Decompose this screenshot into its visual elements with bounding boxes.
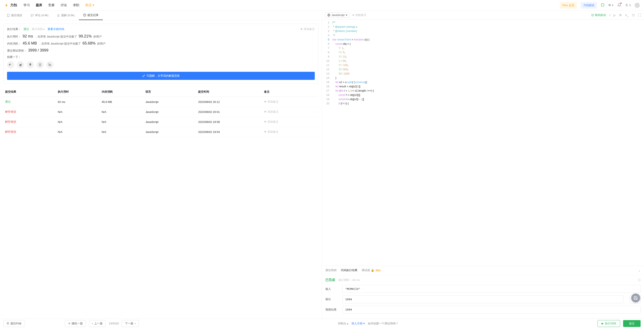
tab-description[interactable]: 题目描述 (2, 11, 26, 20)
weibo-icon[interactable] (17, 61, 24, 68)
add-note-cell[interactable]: ⚑添加备注 (264, 120, 317, 124)
flask-icon (57, 14, 60, 17)
fire-icon (625, 4, 628, 7)
status-cell[interactable]: 解答错误 (5, 120, 58, 124)
language-select[interactable]: JavaScript ▾ (325, 12, 350, 18)
streak-counter[interactable]: 0 (625, 4, 631, 7)
right-panel: JavaScript ▾ 智能模式 模拟面试 i ▷ ↻ >_ ⬡ ⛶ 1234… (322, 11, 644, 319)
svg-rect-0 (601, 4, 604, 6)
fullscreen-icon[interactable]: ⛶ (638, 13, 641, 17)
random-button[interactable]: ⤭随机一题 (65, 320, 86, 327)
list-icon: ☰ (6, 322, 9, 325)
how-create-link[interactable]: 如何创建一个测试用例？ (368, 322, 398, 326)
expected-box: 1994 (342, 306, 640, 314)
table-row[interactable]: 解答错误 N/A N/A JavaScript 2023/06/02 19:54… (4, 127, 318, 137)
reset-icon[interactable]: ↻ (619, 13, 622, 17)
plus-button[interactable]: Plus 会员 (560, 2, 577, 8)
playground-icon[interactable] (601, 3, 604, 7)
tab-debugger[interactable]: 调试器 🔒Beta (362, 268, 381, 273)
table-header: 提交结果 执行用时 内存消耗 语言 提交时间 备注 (4, 87, 318, 97)
chevron-down-icon: ▾ (346, 13, 348, 17)
add-note-cell[interactable]: ⚑添加备注 (264, 130, 317, 134)
problem-counter: 13/3102 (109, 322, 119, 325)
add-note-cell[interactable]: ⚑添加备注 (264, 110, 317, 114)
svg-point-2 (20, 64, 22, 66)
table-row[interactable]: 解答错误 N/A N/A JavaScript 2023/06/02 20:01… (4, 107, 318, 117)
bell-icon[interactable] (617, 3, 621, 7)
problem-list-button[interactable]: ☰题目列表 (4, 320, 25, 327)
submit-button[interactable]: 提交 (623, 320, 640, 327)
flag-icon: ⚑ (264, 130, 266, 134)
topnav-right: Plus 会员 力扣面试 中 ▾ 0 (560, 2, 640, 8)
console-toggle[interactable]: 控制台 ▴ (338, 322, 349, 326)
info-icon[interactable]: i (610, 13, 610, 17)
qq-icon[interactable] (27, 61, 34, 68)
wechat-icon[interactable] (7, 61, 14, 68)
nav-store[interactable]: 商店 ▾ (85, 3, 94, 7)
runtime-percentile: 99.21% (79, 34, 92, 38)
collapse-icon[interactable]: ⌄ (638, 269, 640, 272)
add-note-button[interactable]: ⚑添加备注 (300, 27, 315, 31)
chevron-down-icon: ▾ (612, 4, 614, 7)
nav-study[interactable]: 学习 (24, 3, 30, 7)
nav-jobs[interactable]: 求职 (73, 3, 79, 7)
lock-icon: 🔒 (371, 269, 374, 272)
line-gutter: 1234567891011121314151617181920 (322, 19, 332, 266)
memory-value: 45.6 MB (22, 41, 37, 46)
submission-table: 提交结果 执行用时 内存消耗 语言 提交时间 备注 通过 92 ms 45.6 … (4, 87, 318, 137)
prev-button[interactable]: ‹上一题 (89, 320, 106, 327)
clock-icon (83, 14, 86, 17)
linkedin-icon[interactable] (46, 61, 54, 68)
result-card: 执行结果： 通过 显示详情 ▸ 查看示例代码 ⚑添加备注 执行用时： 92 ms… (4, 24, 318, 83)
console-panel: 测试用例 代码执行结果 调试器 🔒Beta ⌄ 已完成 执行用时：48 ms ⓘ… (322, 266, 644, 319)
shuffle-icon: ⤭ (68, 322, 70, 325)
nav-problems[interactable]: 题库 (36, 3, 42, 7)
help-icon[interactable]: ⓘ (638, 278, 640, 282)
tab-testcase[interactable]: 测试用例 (326, 268, 336, 273)
table-row[interactable]: 解答错误 N/A N/A JavaScript 2023/06/02 19:58… (4, 117, 318, 127)
add-note-cell[interactable]: ⚑添加备注 (264, 100, 317, 104)
mock-interview-button[interactable]: 模拟面试 (591, 13, 606, 17)
interview-button[interactable]: 力扣面试 (581, 2, 597, 8)
tab-result[interactable]: 代码执行结果 (341, 268, 358, 273)
tab-submissions[interactable]: 提交记录 (79, 11, 103, 20)
flag-icon: ⚑ (264, 120, 266, 124)
table-row[interactable]: 通过 92 ms 45.6 MB JavaScript 2023/06/02 2… (4, 97, 318, 107)
play-icon[interactable]: ▷ (614, 13, 616, 17)
code-content[interactable]: /** * @param {string} s * @return {numbe… (332, 19, 374, 266)
nav-discuss[interactable]: 讨论 (60, 3, 67, 7)
logo[interactable]: 力扣 (4, 3, 17, 8)
brand-name: 力扣 (10, 3, 17, 7)
save-icon (634, 296, 638, 300)
code-toolbar: JavaScript ▾ 智能模式 模拟面试 i ▷ ↻ >_ ⬡ ⛶ (322, 11, 644, 19)
write-solution-button[interactable]: 写题解，分享我的解题思路 (7, 72, 315, 80)
show-detail-link[interactable]: 显示详情 ▸ (32, 27, 45, 31)
tab-solutions[interactable]: 题解 (6.6k) (53, 11, 79, 20)
share-label: 炫耀一下： (7, 55, 315, 59)
run-button[interactable]: ▶执行代码 (598, 320, 620, 327)
status-cell[interactable]: 通过 (5, 100, 58, 104)
code-editor[interactable]: 1234567891011121314151617181920 /** * @p… (322, 19, 644, 266)
status-cell[interactable]: 解答错误 (5, 130, 58, 134)
comment-icon (31, 14, 34, 17)
douban-icon[interactable] (36, 61, 44, 68)
input-box[interactable]: "MCMXCIV" (342, 285, 640, 293)
ai-mode-toggle[interactable]: 智能模式 (353, 13, 366, 17)
nav-links: 学习 题库 竞赛 讨论 求职 商店 ▾ (24, 3, 94, 7)
float-save-button[interactable] (631, 294, 640, 303)
status-cell[interactable]: 解答错误 (5, 110, 58, 114)
settings-icon[interactable]: ⬡ (632, 13, 634, 17)
terminal-icon[interactable]: >_ (625, 13, 629, 17)
logo-icon (4, 3, 9, 8)
view-sample-link[interactable]: 查看示例代码 (48, 27, 64, 31)
language-selector[interactable]: 中 ▾ (608, 3, 614, 7)
next-button[interactable]: 下一题› (122, 320, 138, 327)
fill-sample-link[interactable]: 填入示例 ▾ (352, 322, 365, 326)
avatar[interactable] (634, 3, 640, 8)
chevron-right-icon: › (134, 322, 136, 325)
tab-comments[interactable]: 评论 (4.9k) (26, 11, 53, 20)
status-badge: 通过 (24, 27, 29, 31)
left-panel: 题目描述 评论 (4.9k) 题解 (6.6k) 提交记录 执行结果： 通过 显… (0, 11, 322, 319)
main-split: 题目描述 评论 (4.9k) 题解 (6.6k) 提交记录 执行结果： 通过 显… (0, 11, 644, 319)
nav-contest[interactable]: 竞赛 (48, 3, 54, 7)
